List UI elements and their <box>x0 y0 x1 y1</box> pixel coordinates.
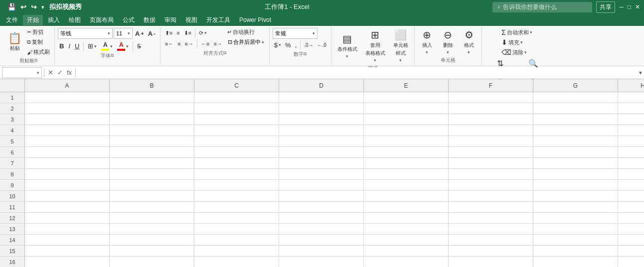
align-right-button[interactable]: ≡→ <box>183 40 195 47</box>
fill-button[interactable]: ⬇ 填充 ▾ <box>500 38 534 47</box>
cell-e8[interactable] <box>364 169 449 179</box>
menu-file[interactable]: 文件 <box>2 15 22 25</box>
cell-b6[interactable] <box>110 147 194 157</box>
cell-d15[interactable] <box>279 246 364 256</box>
cell-d8[interactable] <box>279 169 364 179</box>
cell-f13[interactable] <box>449 224 533 234</box>
cell-b13[interactable] <box>110 224 194 234</box>
row-header-4[interactable]: 4 <box>0 125 25 135</box>
cell-c12[interactable] <box>194 213 279 223</box>
cell-f11[interactable] <box>449 202 533 212</box>
cell-a15[interactable] <box>25 246 110 256</box>
col-header-g[interactable]: G <box>533 79 618 92</box>
col-header-e[interactable]: E <box>364 79 449 92</box>
cell-g7[interactable] <box>533 158 618 168</box>
menu-draw[interactable]: 绘图 <box>65 15 85 25</box>
cell-g9[interactable] <box>533 180 618 190</box>
cell-e7[interactable] <box>364 158 449 168</box>
row-header-9[interactable]: 9 <box>0 180 25 190</box>
cell-f16[interactable] <box>449 257 533 267</box>
cell-h14[interactable] <box>618 235 644 245</box>
cell-f1[interactable] <box>449 92 533 103</box>
font-name-dropdown[interactable]: 等线 ▾ <box>58 28 113 39</box>
menu-view[interactable]: 视图 <box>181 15 201 25</box>
col-header-f[interactable]: F <box>449 79 533 92</box>
cell-f4[interactable] <box>449 125 533 135</box>
cell-h7[interactable] <box>618 158 644 168</box>
cell-a7[interactable] <box>25 158 110 168</box>
paste-button[interactable]: 📋 粘贴 <box>5 28 24 56</box>
cell-a13[interactable] <box>25 224 110 234</box>
cell-d14[interactable] <box>279 235 364 245</box>
cell-b2[interactable] <box>110 103 194 114</box>
cell-d1[interactable] <box>279 92 364 103</box>
cell-c13[interactable] <box>194 224 279 234</box>
cell-e6[interactable] <box>364 147 449 157</box>
align-left-button[interactable]: ≡← <box>163 40 175 47</box>
cell-c8[interactable] <box>194 169 279 179</box>
cell-a4[interactable] <box>25 125 110 135</box>
cell-g3[interactable] <box>533 114 618 125</box>
strikethrough-button[interactable]: S̶ <box>136 42 143 50</box>
cell-a1[interactable] <box>25 92 110 103</box>
cell-styles-button[interactable]: ⬜ 单元格 样式 ▾ <box>390 28 411 64</box>
row-header-3[interactable]: 3 <box>0 114 25 125</box>
search-bar[interactable]: ♀ 告诉我你想要做什么 <box>492 2 592 12</box>
quick-redo-icon[interactable]: ↪ <box>29 2 38 11</box>
menu-dev-tools[interactable]: 开发工具 <box>202 15 234 25</box>
cell-b10[interactable] <box>110 191 194 201</box>
number-expand-icon[interactable]: ⧉ <box>304 51 307 57</box>
cell-g1[interactable] <box>533 92 618 103</box>
cell-e9[interactable] <box>364 180 449 190</box>
fx-button[interactable]: fx <box>65 69 73 76</box>
cell-c9[interactable] <box>194 180 279 190</box>
cell-a5[interactable] <box>25 136 110 146</box>
cell-b7[interactable] <box>110 158 194 168</box>
italic-button[interactable]: I <box>67 42 72 50</box>
formula-input[interactable] <box>78 67 637 78</box>
cell-a6[interactable] <box>25 147 110 157</box>
cell-g16[interactable] <box>533 257 618 267</box>
quick-save-icon[interactable]: 💾 <box>6 2 17 11</box>
cell-f7[interactable] <box>449 158 533 168</box>
cell-f9[interactable] <box>449 180 533 190</box>
cell-b5[interactable] <box>110 136 194 146</box>
close-button[interactable]: ✕ <box>635 3 640 10</box>
cell-b3[interactable] <box>110 114 194 125</box>
cell-f12[interactable] <box>449 213 533 223</box>
cell-d13[interactable] <box>279 224 364 234</box>
cell-h1[interactable] <box>618 92 644 103</box>
cell-h10[interactable] <box>618 191 644 201</box>
font-color-button[interactable]: A ▾ <box>116 41 130 51</box>
alignment-expand-icon[interactable]: ⧉ <box>223 50 226 56</box>
orientation-button[interactable]: ⟳▾ <box>197 29 208 37</box>
border-button[interactable]: ⊞▾ <box>86 42 98 50</box>
cell-d9[interactable] <box>279 180 364 190</box>
cell-b14[interactable] <box>110 235 194 245</box>
cell-c3[interactable] <box>194 114 279 125</box>
row-header-8[interactable]: 8 <box>0 169 25 179</box>
delete-button[interactable]: ⊖ 删除 ▾ <box>439 28 458 56</box>
cell-c7[interactable] <box>194 158 279 168</box>
menu-page-layout[interactable]: 页面布局 <box>86 15 118 25</box>
font-size-dropdown[interactable]: 11 ▾ <box>114 28 133 39</box>
cell-a11[interactable] <box>25 202 110 212</box>
cell-h3[interactable] <box>618 114 644 125</box>
cut-button[interactable]: ✂ 剪切 <box>25 28 51 36</box>
row-header-5[interactable]: 5 <box>0 136 25 146</box>
cell-d7[interactable] <box>279 158 364 168</box>
cell-h15[interactable] <box>618 246 644 256</box>
cell-e5[interactable] <box>364 136 449 146</box>
row-header-13[interactable]: 13 <box>0 224 25 234</box>
col-header-a[interactable]: A <box>25 79 110 92</box>
cell-d4[interactable] <box>279 125 364 135</box>
cell-b16[interactable] <box>110 257 194 267</box>
wrap-text-button[interactable]: ↵ 自动换行 <box>226 28 266 36</box>
clear-button[interactable]: ⌫ 清除 ▾ <box>500 48 534 57</box>
cell-d2[interactable] <box>279 103 364 114</box>
cell-f10[interactable] <box>449 191 533 201</box>
cell-h2[interactable] <box>618 103 644 114</box>
cell-a16[interactable] <box>25 257 110 267</box>
insert-button[interactable]: ⊕ 插入 ▾ <box>418 28 437 56</box>
align-middle-button[interactable]: ≡ <box>175 29 181 36</box>
